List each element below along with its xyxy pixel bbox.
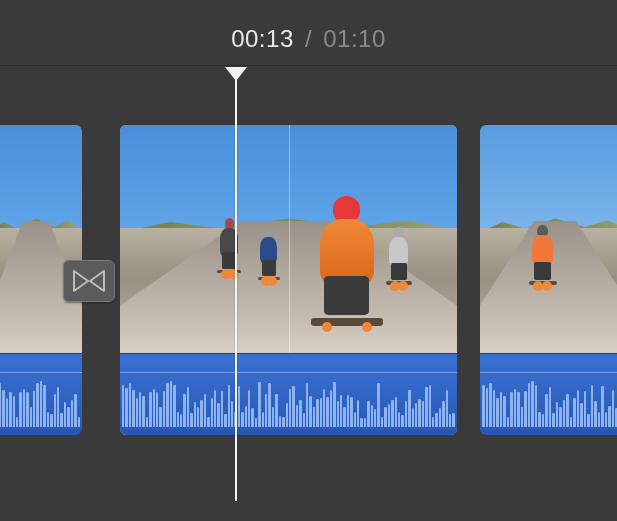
video-clip-2[interactable] [120,125,457,435]
svg-marker-0 [225,67,247,81]
time-display: 00:13 / 01:10 [0,25,617,53]
timeline-ruler [0,65,617,66]
skater-figure-icon [302,196,392,326]
skater-figure-icon [525,225,560,285]
audio-track[interactable] [120,353,457,435]
clip-thumbnail [120,125,457,353]
audio-volume-line[interactable] [0,372,82,373]
audio-waveform [120,375,457,427]
time-separator: / [305,25,312,52]
svg-marker-2 [90,271,104,291]
transition-cross-dissolve[interactable] [63,260,115,302]
audio-waveform [0,375,82,427]
cross-dissolve-icon [73,269,105,293]
audio-waveform [480,375,617,427]
playhead-marker-icon[interactable] [225,67,247,81]
playhead-line[interactable] [235,80,237,501]
skater-figure-icon [255,228,283,280]
audio-track[interactable] [480,353,617,435]
svg-marker-1 [74,271,88,291]
audio-volume-line[interactable] [480,372,617,373]
audio-volume-line[interactable] [120,372,457,373]
audio-track[interactable] [0,353,82,435]
current-time: 00:13 [231,25,294,52]
video-clip-3[interactable] [480,125,617,435]
skater-figure-icon [214,218,244,273]
total-duration: 01:10 [323,25,386,52]
clip-thumbnail [0,125,82,353]
clip-thumbnail [480,125,617,353]
